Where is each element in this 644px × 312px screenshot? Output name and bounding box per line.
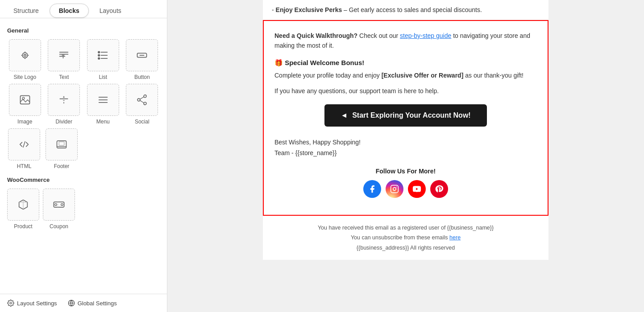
block-button[interactable]: Button — [125, 39, 160, 80]
coupon-icon — [53, 198, 65, 211]
bonus-body-prefix: Complete your profile today and enjoy — [274, 72, 382, 79]
block-text[interactable]: T Text — [46, 39, 82, 80]
svg-point-18 — [137, 99, 140, 101]
perks-bold: Enjoy Exclusive Perks — [276, 6, 342, 13]
footer-line2: You can unsubscribe from these emails he… — [272, 233, 540, 243]
bonus-offer: [Exclusive Offer or Reward] — [382, 72, 464, 79]
svg-rect-32 — [391, 185, 399, 193]
perks-dash: - — [272, 6, 276, 13]
support-text: If you have any questions, our support t… — [274, 87, 537, 94]
html-icon — [18, 138, 30, 151]
svg-line-21 — [140, 100, 144, 103]
svg-point-19 — [144, 102, 146, 105]
block-social[interactable]: Social — [125, 84, 160, 125]
svg-text:T: T — [62, 54, 65, 59]
pinterest-icon[interactable] — [430, 180, 448, 198]
perks-line: - Enjoy Exclusive Perks – Get early acce… — [263, 0, 548, 20]
block-image[interactable]: Image — [7, 84, 43, 125]
panel-content: General Site Logo T — [0, 18, 167, 294]
sign-off-line2: Team - {{store_name}} — [274, 148, 537, 159]
svg-point-6 — [98, 51, 100, 53]
cta-icon: ◄ — [341, 111, 348, 119]
svg-point-27 — [55, 204, 57, 206]
block-site-logo-label: Site Logo — [13, 74, 36, 80]
right-panel: - Enjoy Exclusive Perks – Get early acce… — [167, 0, 644, 312]
product-icon — [17, 198, 29, 211]
woocommerce-label: WooCommerce — [7, 177, 160, 183]
svg-rect-25 — [59, 142, 64, 145]
general-blocks-grid-3: HTML Footer — [7, 128, 79, 169]
svg-rect-26 — [54, 202, 64, 207]
bonus-emoji: 🎁 — [274, 59, 283, 66]
tab-blocks[interactable]: Blocks — [50, 4, 89, 18]
block-coupon[interactable]: Coupon — [43, 189, 75, 230]
text-icon: T — [58, 49, 70, 62]
bonus-title: 🎁 Special Welcome Bonus! — [274, 59, 537, 67]
cta-label: Start Exploring Your Account Now! — [352, 111, 471, 119]
facebook-icon[interactable] — [363, 180, 381, 198]
social-icon — [136, 94, 148, 106]
social-icons — [274, 180, 537, 198]
block-menu[interactable]: Menu — [85, 84, 121, 125]
block-html-label: HTML — [17, 163, 32, 169]
block-image-label: Image — [17, 119, 32, 125]
sign-off: Best Wishes, Happy Shopping! Team - {{st… — [274, 137, 537, 159]
svg-rect-11 — [20, 96, 29, 104]
instagram-icon[interactable] — [386, 180, 403, 198]
svg-point-28 — [61, 204, 63, 206]
block-text-label: Text — [59, 74, 69, 80]
block-list[interactable]: List — [85, 39, 121, 80]
woocommerce-section: WooCommerce Product — [7, 177, 160, 230]
walkthrough-text-middle: Check out our — [357, 32, 400, 39]
bottom-bar: Layout Settings Global Settings — [0, 294, 167, 312]
block-html[interactable]: HTML — [7, 128, 41, 169]
block-site-logo[interactable]: Site Logo — [7, 39, 43, 80]
layout-settings-button[interactable]: Layout Settings — [7, 300, 57, 307]
block-coupon-label: Coupon — [50, 223, 68, 230]
woo-blocks-grid: Product Coupon — [7, 189, 82, 230]
layout-settings-label: Layout Settings — [17, 300, 57, 307]
general-label: General — [7, 27, 160, 34]
block-footer[interactable]: Footer — [45, 128, 79, 169]
svg-point-0 — [22, 53, 28, 58]
logo-icon — [19, 49, 31, 62]
tab-layouts[interactable]: Layouts — [91, 4, 130, 18]
block-list-label: List — [99, 74, 107, 80]
perks-rest: – Get early access to sales and special … — [342, 6, 482, 13]
block-product[interactable]: Product — [7, 189, 39, 230]
follow-section: Follow Us For More! — [274, 168, 537, 198]
svg-point-1 — [24, 54, 26, 57]
walkthrough-paragraph: Need a Quick Walkthrough? Check out our … — [274, 31, 537, 51]
svg-point-17 — [144, 95, 146, 98]
tabs-bar: Structure Blocks Layouts — [0, 0, 167, 18]
global-settings-label: Global Settings — [78, 300, 117, 307]
youtube-icon[interactable] — [408, 180, 426, 198]
layout-settings-icon — [7, 300, 14, 307]
menu-icon — [97, 94, 109, 106]
step-by-step-link[interactable]: step-by-step guide — [400, 32, 451, 39]
svg-point-8 — [98, 57, 100, 59]
cta-button[interactable]: ◄ Start Exploring Your Account Now! — [324, 104, 486, 127]
block-footer-label: Footer — [54, 163, 70, 169]
divider-icon — [58, 94, 70, 106]
global-settings-button[interactable]: Global Settings — [68, 300, 117, 307]
svg-point-12 — [22, 97, 25, 99]
button-icon — [136, 49, 148, 62]
bonus-body-suffix: as our thank-you gift! — [463, 72, 524, 79]
tab-structure[interactable]: Structure — [4, 4, 48, 18]
list-icon — [97, 49, 109, 62]
general-blocks-grid: Site Logo T Text — [7, 39, 160, 80]
highlight-section: Need a Quick Walkthrough? Check out our … — [263, 20, 548, 216]
bonus-title-text: Special Welcome Bonus! — [283, 59, 364, 66]
unsubscribe-link[interactable]: here — [449, 234, 461, 241]
global-settings-icon — [68, 300, 75, 307]
email-footer: You have received this email as a regist… — [263, 216, 548, 260]
block-divider-label: Divider — [56, 119, 72, 125]
image-icon — [19, 94, 31, 106]
block-product-label: Product — [14, 223, 32, 230]
svg-line-20 — [140, 97, 144, 99]
email-content: - Enjoy Exclusive Perks – Get early acce… — [263, 0, 548, 260]
follow-title: Follow Us For More! — [274, 168, 537, 175]
cta-center: ◄ Start Exploring Your Account Now! — [274, 104, 537, 127]
block-divider[interactable]: Divider — [46, 84, 82, 125]
